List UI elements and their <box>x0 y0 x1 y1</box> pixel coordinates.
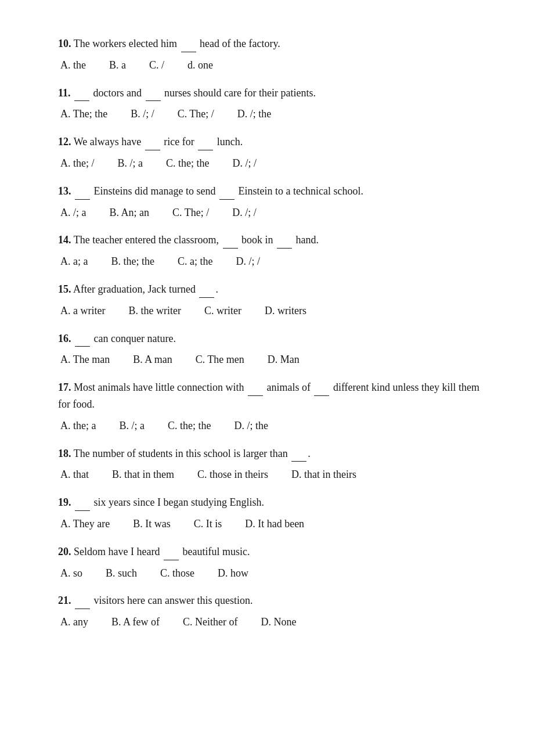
option-6-C[interactable]: C. writer <box>204 303 241 319</box>
quiz-container: 10. The workers elected him head of the … <box>58 35 488 631</box>
option-11-A[interactable]: A. so <box>60 565 82 582</box>
question-text-8: 17. Most animals have little connection … <box>58 379 488 413</box>
option-8-C[interactable]: C. the; the <box>168 417 211 434</box>
option-3-D[interactable]: D. /; / <box>233 155 257 172</box>
option-8-D[interactable]: D. /; the <box>234 417 268 434</box>
option-2-C[interactable]: C. The; / <box>178 106 214 123</box>
option-6-A[interactable]: A. a writer <box>60 303 105 319</box>
option-4-D[interactable]: D. /; / <box>232 204 257 221</box>
blank <box>75 592 90 609</box>
blank <box>314 379 329 396</box>
blank <box>219 182 234 200</box>
option-4-C[interactable]: C. The; / <box>172 204 209 221</box>
option-10-A[interactable]: A. They are <box>60 516 110 532</box>
blank <box>75 494 90 511</box>
option-4-B[interactable]: B. An; an <box>110 204 150 221</box>
options-line-3: A. the; /B. /; aC. the; theD. /; / <box>58 155 488 172</box>
question-block-6: 15. After graduation, Jack turned .A. a … <box>58 280 488 319</box>
option-12-A[interactable]: A. any <box>60 614 88 631</box>
question-block-12: 21. visitors here can answer this questi… <box>58 592 488 631</box>
question-text-4: 13. Einsteins did manage to send Einstei… <box>58 182 488 200</box>
option-7-B[interactable]: B. A man <box>133 351 172 368</box>
option-5-B[interactable]: B. the; the <box>111 253 154 270</box>
option-9-C[interactable]: C. those in theirs <box>197 466 268 483</box>
option-12-D[interactable]: D. None <box>261 614 296 631</box>
blank <box>291 445 306 462</box>
question-text-3: 12. We always have rice for lunch. <box>58 133 488 150</box>
option-7-C[interactable]: C. The men <box>196 351 244 368</box>
option-9-D[interactable]: D. that in theirs <box>291 466 356 483</box>
options-line-4: A. /; aB. An; anC. The; /D. /; / <box>58 204 488 221</box>
question-text-7: 16. can conquer nature. <box>58 330 488 347</box>
option-5-A[interactable]: A. a; a <box>60 253 88 270</box>
question-block-11: 20. Seldom have I heard beautiful music.… <box>58 543 488 582</box>
option-12-C[interactable]: C. Neither of <box>183 614 237 631</box>
options-line-1: A. theB. aC. /d. one <box>58 57 488 74</box>
option-5-C[interactable]: C. a; the <box>178 253 213 270</box>
option-3-B[interactable]: B. /; a <box>118 155 143 172</box>
options-line-8: A. the; aB. /; aC. the; theD. /; the <box>58 417 488 434</box>
question-text-10: 19. six years since I began studying Eng… <box>58 494 488 511</box>
question-text-6: 15. After graduation, Jack turned . <box>58 280 488 298</box>
option-6-D[interactable]: D. writers <box>265 303 306 319</box>
question-block-10: 19. six years since I began studying Eng… <box>58 494 488 532</box>
option-7-A[interactable]: A. The man <box>60 351 110 368</box>
blank <box>223 231 238 249</box>
option-1-B[interactable]: B. a <box>109 57 126 74</box>
option-10-D[interactable]: D. It had been <box>245 516 304 532</box>
option-1-A[interactable]: A. the <box>60 57 86 74</box>
option-1-C[interactable]: C. / <box>149 57 164 74</box>
option-11-C[interactable]: C. those <box>160 565 194 582</box>
blank <box>248 379 263 396</box>
option-11-B[interactable]: B. such <box>106 565 137 582</box>
option-9-B[interactable]: B. that in them <box>112 466 174 483</box>
blank <box>146 84 161 102</box>
question-text-11: 20. Seldom have I heard beautiful music. <box>58 543 488 560</box>
option-9-A[interactable]: A. that <box>60 466 89 483</box>
question-block-1: 10. The workers elected him head of the … <box>58 35 488 74</box>
option-6-B[interactable]: B. the writer <box>128 303 181 319</box>
blank <box>145 133 160 150</box>
blank <box>164 543 179 560</box>
option-3-C[interactable]: C. the; the <box>166 155 210 172</box>
option-5-D[interactable]: D. /; / <box>236 253 260 270</box>
blank <box>74 84 89 102</box>
blank <box>75 182 90 200</box>
option-8-A[interactable]: A. the; a <box>60 417 96 434</box>
blank <box>198 133 213 150</box>
option-8-B[interactable]: B. /; a <box>119 417 145 434</box>
options-line-5: A. a; aB. the; theC. a; theD. /; / <box>58 253 488 270</box>
option-11-D[interactable]: D. how <box>218 565 248 582</box>
option-2-B[interactable]: B. /; / <box>131 106 154 123</box>
question-block-3: 12. We always have rice for lunch.A. the… <box>58 133 488 172</box>
option-10-C[interactable]: C. It is <box>194 516 222 532</box>
question-block-8: 17. Most animals have little connection … <box>58 379 488 434</box>
option-2-A[interactable]: A. The; the <box>60 106 107 123</box>
question-text-9: 18. The number of students in this schoo… <box>58 445 488 462</box>
question-block-7: 16. can conquer nature.A. The manB. A ma… <box>58 330 488 369</box>
options-line-6: A. a writerB. the writerC. writerD. writ… <box>58 303 488 319</box>
question-block-2: 11. doctors and nurses should care for t… <box>58 84 488 123</box>
option-7-D[interactable]: D. Man <box>268 351 300 368</box>
question-text-2: 11. doctors and nurses should care for t… <box>58 84 488 102</box>
blank <box>199 280 214 298</box>
options-line-10: A. They areB. It wasC. It isD. It had be… <box>58 516 488 532</box>
option-3-A[interactable]: A. the; / <box>60 155 95 172</box>
question-block-9: 18. The number of students in this schoo… <box>58 445 488 484</box>
option-10-B[interactable]: B. It was <box>133 516 171 532</box>
option-4-A[interactable]: A. /; a <box>60 204 86 221</box>
options-line-11: A. soB. suchC. thoseD. how <box>58 565 488 582</box>
option-2-D[interactable]: D. /; the <box>237 106 272 123</box>
question-block-4: 13. Einsteins did manage to send Einstei… <box>58 182 488 221</box>
blank <box>277 231 292 249</box>
question-text-12: 21. visitors here can answer this questi… <box>58 592 488 609</box>
blank <box>75 330 90 347</box>
blank <box>181 35 196 52</box>
options-line-9: A. thatB. that in themC. those in theirs… <box>58 466 488 483</box>
option-1-D[interactable]: d. one <box>187 57 213 74</box>
options-line-7: A. The manB. A manC. The menD. Man <box>58 351 488 368</box>
question-text-5: 14. The teacher entered the classroom, b… <box>58 231 488 249</box>
question-text-1: 10. The workers elected him head of the … <box>58 35 488 52</box>
options-line-12: A. anyB. A few ofC. Neither ofD. None <box>58 614 488 631</box>
option-12-B[interactable]: B. A few of <box>111 614 160 631</box>
